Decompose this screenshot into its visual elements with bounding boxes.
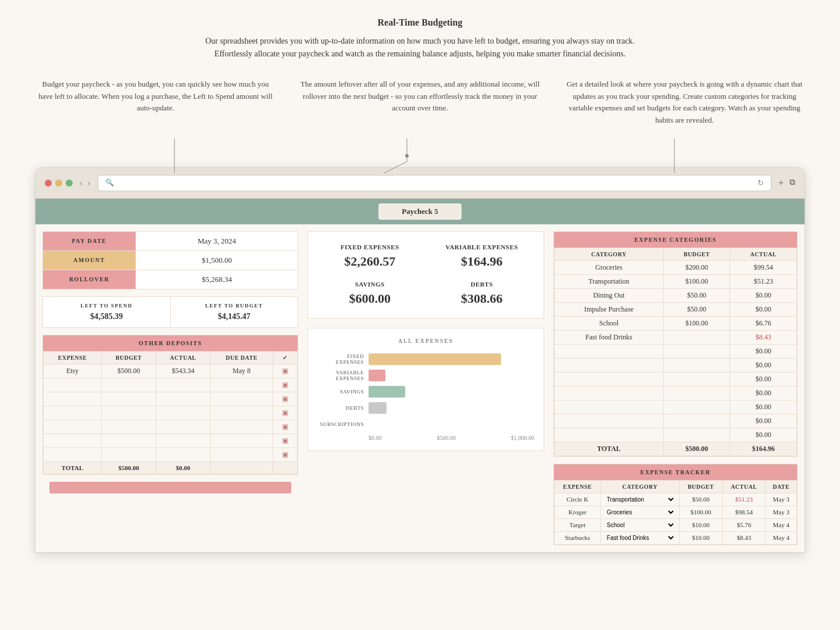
ec-impulse-name[interactable]: Impulse Purchase (555, 302, 664, 316)
tracker-kroger-budget[interactable]: $100.00 (679, 506, 722, 518)
tracker-starbucks-category[interactable]: Fast food Drinks (600, 531, 679, 544)
chart-section: ALL EXPENSES FIXED EXPENSES VARIABLE EXP… (308, 328, 544, 451)
rollover-row: ROLLOVER $5,268.34 (43, 270, 298, 289)
chart-title: ALL EXPENSES (317, 338, 534, 344)
tracker-target-dropdown[interactable]: School (605, 521, 675, 529)
ec-fastfood-budget[interactable] (663, 330, 730, 344)
ec-transportation-actual[interactable]: $51.23 (730, 274, 797, 288)
deposits-section: OTHER DEPOSITS EXPENSE BUDGET ACTUAL DUE… (42, 335, 298, 475)
ec-dining-actual[interactable]: $0.00 (730, 288, 797, 302)
tracker-starbucks-dropdown[interactable]: Fast food Drinks (605, 534, 675, 542)
deposit-checkbox-6[interactable]: ▣ (273, 434, 297, 448)
deposit-checkbox-7[interactable]: ▣ (273, 448, 297, 461)
tracker-target-actual[interactable]: $5.76 (723, 518, 766, 531)
ec-school-name[interactable]: School (555, 316, 664, 330)
tracker-target-category[interactable]: School (600, 518, 679, 531)
tracker-starbucks-date[interactable]: May 4 (766, 531, 797, 544)
deposit-due-date[interactable]: May 8 (210, 364, 273, 378)
tracker-starbucks-budget[interactable]: $10.00 (679, 531, 722, 544)
deposit-expense[interactable]: Etsy (44, 364, 102, 378)
browser-actions[interactable]: + ⧉ (778, 178, 795, 188)
fixed-expenses-item: FIXED EXPENSES $2,260.57 (320, 244, 420, 269)
tracker-circlek-budget[interactable]: $50.00 (679, 493, 722, 506)
tracker-circlek-date[interactable]: May 3 (766, 493, 797, 506)
tracker-circlek-category[interactable]: Transportation (600, 493, 679, 506)
tracker-target-expense[interactable]: Target (555, 518, 601, 531)
ec-transportation-budget[interactable]: $100.00 (663, 274, 730, 288)
copy-icon[interactable]: ⧉ (789, 178, 795, 188)
add-tab-icon[interactable]: + (778, 178, 784, 188)
dot-close[interactable] (45, 180, 52, 187)
amount-value[interactable]: $1,500.00 (136, 250, 298, 270)
ec-groceries-name[interactable]: Groceries (555, 260, 664, 274)
ec-dining-name[interactable]: Dining Out (555, 288, 664, 302)
deposits-total-actual: $0.00 (156, 461, 210, 474)
left-to-budget: LEFT TO BUDGET $4,145.47 (171, 297, 298, 327)
deposit-checkbox-3[interactable]: ▣ (273, 392, 297, 406)
rollover-value[interactable]: $5,268.34 (136, 270, 298, 289)
left-to-spend: LEFT TO SPEND $4,585.39 (43, 297, 171, 327)
tracker-circlek-dropdown[interactable]: Transportation (605, 496, 675, 503)
ec-transportation-name[interactable]: Transportation (555, 274, 664, 288)
savings-label: SAVINGS (320, 281, 420, 288)
ec-groceries-actual[interactable]: $99.54 (730, 260, 797, 274)
expense-tracker-header: EXPENSE TRACKER (554, 464, 797, 480)
middle-panel: FIXED EXPENSES $2,260.57 VARIABLE EXPENS… (298, 231, 553, 545)
svg-point-4 (405, 154, 409, 158)
dot-minimize[interactable] (55, 180, 62, 187)
spreadsheet-content: Paycheck 5 PAY DATE May 3, 2024 AMOUNT (35, 199, 805, 552)
deposit-checkbox-2[interactable]: ▣ (273, 378, 297, 392)
tracker-kroger-date[interactable]: May 3 (766, 506, 797, 518)
ec-row-dining: Dining Out $50.00 $0.00 (555, 288, 797, 302)
chart-bar-debts (369, 402, 387, 414)
browser-nav[interactable]: ‹ › (80, 178, 91, 188)
nav-forward-icon[interactable]: › (87, 178, 90, 188)
ec-col-actual: ACTUAL (730, 248, 797, 260)
left-to-spend-value[interactable]: $4,585.39 (49, 312, 165, 321)
ec-groceries-budget[interactable]: $200.00 (663, 260, 730, 274)
tracker-starbucks-actual[interactable]: $8.43 (723, 531, 766, 544)
deposit-row-empty-4: ▣ (44, 420, 298, 434)
ec-row-transportation: Transportation $100.00 $51.23 (555, 274, 797, 288)
deposit-checkbox[interactable]: ▣ (273, 364, 297, 378)
deposit-checkbox-4[interactable]: ▣ (273, 406, 297, 420)
tab-bar: Paycheck 5 (35, 199, 805, 224)
left-to-budget-value[interactable]: $4,145.47 (177, 312, 292, 321)
refresh-icon[interactable]: ↻ (757, 178, 764, 188)
tracker-kroger-category[interactable]: Groceries (600, 506, 679, 518)
x-label-500: $500.00 (437, 435, 456, 441)
ec-impulse-budget[interactable]: $50.00 (663, 302, 730, 316)
tracker-starbucks-expense[interactable]: Starbucks (555, 531, 601, 544)
fixed-expenses-value: $2,260.57 (320, 254, 420, 269)
ec-fastfood-actual[interactable]: $8.43 (730, 330, 797, 344)
deposit-budget[interactable]: $500.00 (102, 364, 156, 378)
chart-bar-variable-wrap (369, 370, 534, 381)
dot-maximize[interactable] (66, 180, 73, 187)
tracker-kroger-actual[interactable]: $98.54 (723, 506, 766, 518)
chart-bar-savings-wrap (369, 386, 534, 398)
tracker-target-budget[interactable]: $10.00 (679, 518, 722, 531)
tracker-circlek-expense[interactable]: Circle K (555, 493, 601, 506)
tracker-circlek-actual[interactable]: $51.23 (723, 493, 766, 506)
deposit-actual[interactable]: $543.34 (156, 364, 210, 378)
ec-total-label: TOTAL (555, 442, 664, 456)
ec-school-budget[interactable]: $100.00 (663, 316, 730, 330)
chart-label-subscriptions: SUBSCRIPTIONS (317, 421, 364, 427)
feature-descriptions: Budget your paycheck - as you budget, yo… (35, 78, 805, 127)
chart-row-fixed: FIXED EXPENSES (317, 353, 534, 365)
active-tab[interactable]: Paycheck 5 (378, 203, 461, 220)
deposit-checkbox-5[interactable]: ▣ (273, 420, 297, 434)
expense-categories-header: EXPENSE CATEGORIES (554, 232, 797, 248)
ec-fastfood-name[interactable]: Fast food Drinks (555, 330, 664, 344)
rollover-label: ROLLOVER (43, 270, 136, 289)
feature-desc-3: Get a detailed look at where your payche… (564, 78, 805, 127)
tracker-target-date[interactable]: May 4 (766, 518, 797, 531)
pay-date-value[interactable]: May 3, 2024 (136, 231, 298, 250)
ec-dining-budget[interactable]: $50.00 (663, 288, 730, 302)
nav-back-icon[interactable]: ‹ (80, 178, 83, 188)
ec-school-actual[interactable]: $6.76 (730, 316, 797, 330)
ec-impulse-actual[interactable]: $0.00 (730, 302, 797, 316)
tracker-kroger-expense[interactable]: Kroger (555, 506, 601, 518)
browser-address-bar[interactable]: 🔍 ↻ (98, 175, 771, 191)
tracker-kroger-dropdown[interactable]: Groceries (605, 509, 675, 516)
